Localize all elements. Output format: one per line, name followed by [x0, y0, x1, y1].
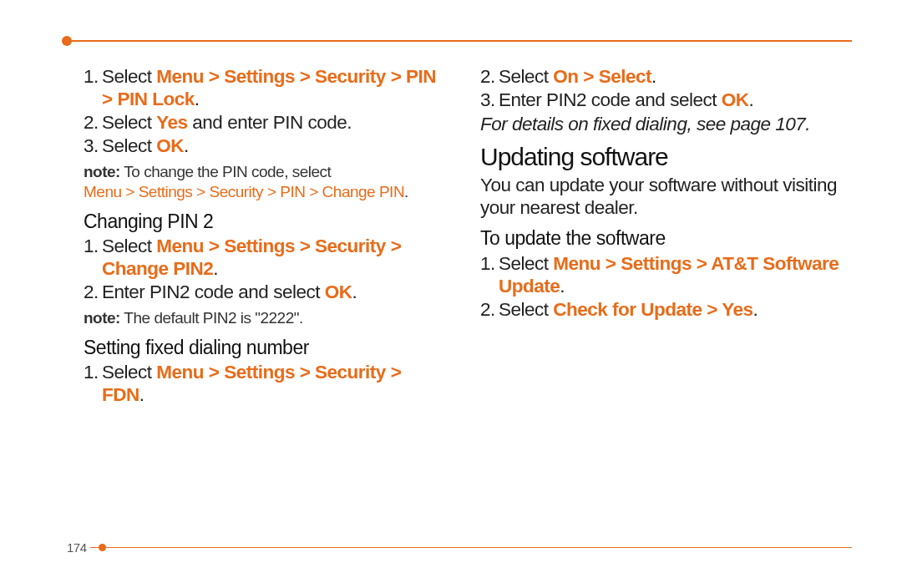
note-text: The default PIN2 is "2222". — [120, 309, 303, 327]
step-text: Select On > Select. — [499, 65, 656, 88]
heading-changing-pin2: Changing PIN 2 — [84, 210, 447, 234]
option: Yes — [156, 112, 187, 133]
list-item: 1. Select Menu > Settings > Security > P… — [84, 65, 447, 110]
text: Enter PIN2 code and select — [102, 281, 325, 302]
step-text: Select OK. — [102, 134, 189, 157]
step-number: 1. — [84, 235, 102, 280]
content-columns: 1. Select Menu > Settings > Security > P… — [84, 65, 844, 530]
step-number: 2. — [84, 111, 102, 134]
right-column: 2. Select On > Select. 3. Enter PIN2 cod… — [480, 65, 844, 530]
list-item: 3. Select OK. — [84, 134, 447, 157]
text: Select — [499, 299, 553, 320]
step-number: 3. — [480, 89, 499, 111]
text: Select — [102, 112, 156, 133]
menu-path: Menu > Settings > Security > PIN > Chang… — [84, 183, 404, 200]
list-item: 1. Select Menu > Settings > Security > F… — [84, 361, 447, 406]
text: Select — [102, 236, 156, 256]
option: OK — [156, 135, 184, 156]
option: OK — [325, 281, 352, 302]
heading-to-update: To update the software — [480, 227, 844, 251]
step-text: Enter PIN2 code and select OK. — [102, 281, 357, 303]
note-text: To change the PIN code, select — [120, 163, 331, 180]
step-number: 1. — [84, 361, 102, 406]
update-steps: 1. Select Menu > Settings > AT&T Softwar… — [480, 252, 844, 321]
text: Select — [499, 66, 553, 87]
note-label: note: — [84, 309, 120, 327]
fdn-steps-cont: 2. Select On > Select. 3. Enter PIN2 cod… — [480, 65, 844, 111]
page-number: 174 — [67, 540, 90, 555]
step-number: 1. — [84, 65, 102, 110]
step-number: 2. — [480, 298, 499, 321]
pin-lock-steps: 1. Select Menu > Settings > Security > P… — [84, 65, 447, 157]
list-item: 3. Enter PIN2 code and select OK. — [480, 89, 844, 111]
step-text: Select Menu > Settings > Security > Chan… — [102, 235, 447, 280]
note-change-pin: note: To change the PIN code, select Men… — [84, 162, 447, 202]
step-number: 1. — [480, 252, 499, 297]
list-item: 2. Select Yes and enter PIN code. — [84, 111, 447, 134]
text: Select — [102, 135, 156, 156]
step-text: Select Menu > Settings > AT&T Software U… — [499, 252, 844, 297]
left-column: 1. Select Menu > Settings > Security > P… — [84, 65, 447, 530]
text: Select — [499, 253, 553, 274]
text: Select — [102, 66, 156, 87]
manual-page: 1. Select Menu > Settings > Security > P… — [0, 0, 902, 588]
list-item: 2. Select On > Select. — [480, 65, 844, 88]
change-pin2-steps: 1. Select Menu > Settings > Security > C… — [84, 235, 447, 303]
bottom-rule — [67, 547, 852, 548]
text: and enter PIN code. — [188, 112, 352, 133]
option: OK — [722, 89, 749, 110]
step-number: 2. — [480, 65, 499, 88]
heading-updating-software: Updating software — [480, 142, 844, 172]
fdn-reference: For details on fixed dialing, see page 1… — [480, 113, 844, 135]
step-text: Select Menu > Settings > Security > PIN … — [102, 65, 447, 110]
list-item: 1. Select Menu > Settings > AT&T Softwar… — [480, 252, 844, 297]
list-item: 2. Enter PIN2 code and select OK. — [84, 281, 447, 303]
text: Select — [102, 362, 156, 383]
top-rule — [67, 40, 852, 42]
heading-fdn: Setting fixed dialing number — [84, 337, 447, 360]
fdn-steps: 1. Select Menu > Settings > Security > F… — [84, 361, 447, 406]
list-item: 2. Select Check for Update > Yes. — [480, 298, 844, 321]
step-text: Select Menu > Settings > Security > FDN. — [102, 361, 447, 406]
step-text: Enter PIN2 code and select OK. — [499, 89, 753, 111]
menu-path: On > Select — [553, 66, 651, 87]
updating-software-paragraph: You can update your software without vis… — [480, 174, 844, 219]
menu-path: Check for Update > Yes — [553, 299, 753, 320]
step-text: Select Yes and enter PIN code. — [102, 111, 352, 134]
list-item: 1. Select Menu > Settings > Security > C… — [84, 235, 447, 280]
step-text: Select Check for Update > Yes. — [499, 298, 758, 321]
text: Enter PIN2 code and select — [499, 89, 722, 110]
step-number: 2. — [84, 281, 102, 303]
rule-dot-icon — [99, 544, 106, 551]
step-number: 3. — [84, 134, 102, 157]
note-label: note: — [84, 163, 120, 180]
note-default-pin2: note: The default PIN2 is "2222". — [84, 308, 447, 328]
